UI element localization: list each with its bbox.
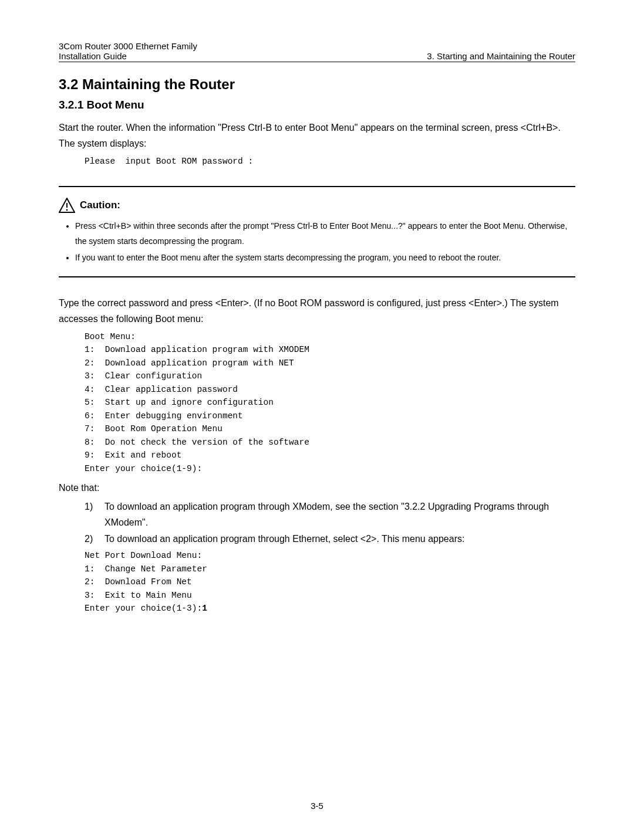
note-list: 1) To download an application program th… — [85, 499, 575, 547]
terminal-output-password-prompt: Please input Boot ROM password : — [85, 155, 575, 168]
caution-list: Press <Ctrl+B> within three seconds afte… — [59, 219, 575, 266]
note-text: To download an application program throu… — [104, 531, 575, 547]
net-menu-body: Net Port Download Menu: 1: Change Net Pa… — [85, 551, 207, 613]
caution-block: Caution: Press <Ctrl+B> within three sec… — [59, 186, 575, 277]
header-left: 3Com Router 3000 Ethernet Family Install… — [59, 41, 197, 61]
header-right: 3. Starting and Maintaining the Router — [427, 51, 575, 61]
terminal-output-net-menu: Net Port Download Menu: 1: Change Net Pa… — [85, 549, 575, 615]
caution-header: Caution: — [59, 198, 575, 213]
subsection-heading: 3.2.1 Boot Menu — [59, 99, 575, 111]
page-number: 3-5 — [0, 801, 634, 811]
svg-point-2 — [66, 209, 68, 211]
page-header: 3Com Router 3000 Ethernet Family Install… — [59, 41, 575, 62]
caution-item: Press <Ctrl+B> within three seconds afte… — [75, 219, 575, 249]
section-heading: 3.2 Maintaining the Router — [59, 76, 575, 93]
body-paragraph: Type the correct password and press <Ent… — [59, 295, 575, 327]
note-number: 1) — [85, 499, 104, 530]
note-text: To download an application program throu… — [104, 499, 575, 530]
terminal-output-boot-menu: Boot Menu: 1: Download application progr… — [85, 330, 575, 475]
header-title-line2: Installation Guide — [59, 51, 197, 61]
caution-rule-bottom — [59, 276, 575, 277]
note-item: 2) To download an application program th… — [85, 531, 575, 547]
note-number: 2) — [85, 531, 104, 547]
caution-rule-top — [59, 186, 575, 187]
caution-label: Caution: — [80, 199, 120, 211]
page: 3Com Router 3000 Ethernet Family Install… — [0, 0, 634, 840]
caution-item: If you want to enter the Boot menu after… — [75, 250, 575, 266]
net-menu-choice: 1 — [202, 604, 207, 613]
note-item: 1) To download an application program th… — [85, 499, 575, 530]
warning-triangle-icon — [59, 198, 75, 213]
intro-paragraph: Start the router. When the information "… — [59, 120, 575, 151]
note-label: Note that: — [59, 480, 575, 496]
header-title-line1: 3Com Router 3000 Ethernet Family — [59, 41, 197, 51]
